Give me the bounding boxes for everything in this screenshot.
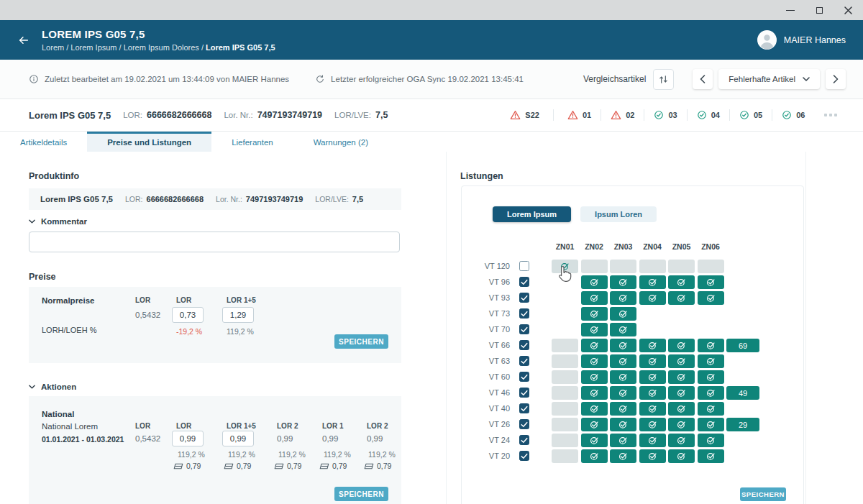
- listing-row-checkbox[interactable]: [519, 388, 529, 398]
- listing-cell[interactable]: [581, 449, 608, 463]
- more-options-button[interactable]: [824, 114, 837, 116]
- listing-cell[interactable]: [610, 434, 636, 447]
- window-minimize-button[interactable]: [785, 4, 796, 16]
- listing-cell[interactable]: [668, 339, 695, 352]
- listing-cell[interactable]: [698, 260, 724, 273]
- listing-cell[interactable]: [639, 275, 666, 289]
- aktion-price-input[interactable]: [222, 431, 254, 446]
- listing-cell[interactable]: [668, 354, 695, 368]
- listing-cell[interactable]: [610, 354, 636, 368]
- listing-cell[interactable]: [668, 418, 695, 431]
- listing-cell[interactable]: [698, 434, 724, 447]
- listing-cell[interactable]: [668, 275, 695, 289]
- listing-cell[interactable]: [698, 370, 724, 384]
- listing-cell[interactable]: [698, 449, 724, 463]
- save-listings-button[interactable]: SPEICHERN: [740, 487, 786, 501]
- listing-cell[interactable]: [698, 339, 724, 352]
- kommentar-input[interactable]: [29, 232, 400, 252]
- aktion-price-input[interactable]: [172, 431, 204, 446]
- listing-cell[interactable]: [581, 434, 608, 447]
- listing-cell[interactable]: [581, 370, 608, 384]
- listing-cell[interactable]: [552, 339, 578, 352]
- status-badge-01[interactable]: 01: [567, 110, 591, 120]
- tab-warnungen-2[interactable]: Warnungen (2): [293, 132, 388, 153]
- listing-cell[interactable]: [639, 291, 666, 305]
- listing-cell[interactable]: [581, 291, 608, 305]
- listing-cell[interactable]: [581, 307, 608, 321]
- listing-row-checkbox[interactable]: [519, 435, 529, 445]
- listing-cell[interactable]: [581, 339, 608, 352]
- listing-row-checkbox[interactable]: [519, 403, 529, 413]
- listing-cell[interactable]: [610, 275, 636, 289]
- listing-row-checkbox[interactable]: [519, 419, 529, 429]
- listing-row-checkbox[interactable]: [519, 340, 529, 350]
- next-article-button[interactable]: [826, 69, 846, 89]
- listing-row-checkbox[interactable]: [519, 293, 529, 303]
- listing-cell[interactable]: [610, 418, 636, 431]
- listing-row-checkbox[interactable]: [519, 308, 529, 319]
- window-maximize-button[interactable]: [813, 4, 825, 16]
- back-button[interactable]: [17, 35, 30, 46]
- listing-cell[interactable]: [552, 354, 578, 368]
- listing-row-checkbox[interactable]: [519, 451, 529, 461]
- listing-cell[interactable]: [552, 434, 578, 447]
- toggle-ipsum-loren[interactable]: Ipsum Loren: [580, 206, 657, 222]
- listing-cell[interactable]: [639, 418, 666, 431]
- listing-cell[interactable]: [698, 402, 724, 416]
- listing-cell[interactable]: [639, 339, 666, 352]
- listing-cell[interactable]: [668, 370, 695, 384]
- listing-cell[interactable]: [552, 370, 578, 384]
- listing-cell[interactable]: [639, 260, 666, 273]
- listing-extra-badge[interactable]: 69: [726, 339, 759, 352]
- listing-cell[interactable]: [639, 354, 666, 368]
- listing-cell[interactable]: [698, 275, 724, 289]
- listing-cell[interactable]: [581, 275, 608, 289]
- listing-cell[interactable]: [698, 386, 724, 400]
- listing-cell[interactable]: [610, 260, 636, 273]
- listing-row-checkbox[interactable]: [519, 372, 529, 382]
- toggle-lorem-ipsum[interactable]: Lorem Ipsum: [493, 206, 571, 222]
- kommentar-toggle[interactable]: Kommentar: [29, 217, 87, 226]
- listing-cell[interactable]: [610, 307, 636, 321]
- listing-cell[interactable]: [639, 449, 666, 463]
- listing-cell[interactable]: [552, 418, 578, 431]
- user-menu[interactable]: MAIER Hannes: [757, 30, 846, 50]
- article-filter-dropdown[interactable]: Fehlerhafte Artikel: [718, 69, 820, 89]
- status-badge-03[interactable]: 03: [654, 110, 677, 120]
- listing-cell[interactable]: [639, 386, 666, 400]
- listing-cell[interactable]: [668, 291, 695, 305]
- listing-cell[interactable]: [610, 386, 636, 400]
- listing-cell[interactable]: [581, 418, 608, 431]
- listing-cell[interactable]: [668, 449, 695, 463]
- compare-article-button[interactable]: [653, 69, 674, 90]
- status-badge-05[interactable]: 05: [739, 110, 762, 120]
- status-badge-04[interactable]: 04: [697, 110, 720, 120]
- listing-cell[interactable]: [581, 354, 608, 368]
- listing-cell[interactable]: [698, 291, 724, 305]
- listing-extra-badge[interactable]: 49: [726, 386, 759, 400]
- listing-cell[interactable]: [668, 386, 695, 400]
- listing-row-checkbox[interactable]: [519, 356, 529, 366]
- status-badge-06[interactable]: 06: [782, 110, 805, 120]
- price-input[interactable]: [172, 307, 204, 323]
- listing-cell[interactable]: [581, 402, 608, 416]
- listing-cell[interactable]: [581, 260, 608, 273]
- listing-cell[interactable]: [639, 434, 666, 447]
- listing-cell[interactable]: [668, 402, 695, 416]
- breadcrumb-path[interactable]: Lorem / Lorem Ipsum / Lorem Ipsum Dolore…: [42, 43, 206, 52]
- listing-row-checkbox[interactable]: [519, 277, 529, 287]
- listing-cell[interactable]: [639, 402, 666, 416]
- save-prices-button[interactable]: SPEICHERN: [334, 334, 388, 349]
- price-input[interactable]: [222, 307, 254, 323]
- listing-cell[interactable]: [668, 260, 695, 273]
- listing-cell[interactable]: [610, 339, 636, 352]
- listing-cell[interactable]: [668, 434, 695, 447]
- listing-cell[interactable]: [581, 386, 608, 400]
- listing-cell[interactable]: [610, 291, 636, 305]
- status-badge-s22[interactable]: S22: [510, 110, 539, 120]
- listing-cell[interactable]: [639, 370, 666, 384]
- save-aktionen-button[interactable]: SPEICHERN: [334, 487, 388, 501]
- listing-cell[interactable]: [552, 449, 578, 463]
- tab-artikeldetails[interactable]: Artikeldetails: [0, 132, 87, 153]
- listing-cell[interactable]: [610, 323, 636, 336]
